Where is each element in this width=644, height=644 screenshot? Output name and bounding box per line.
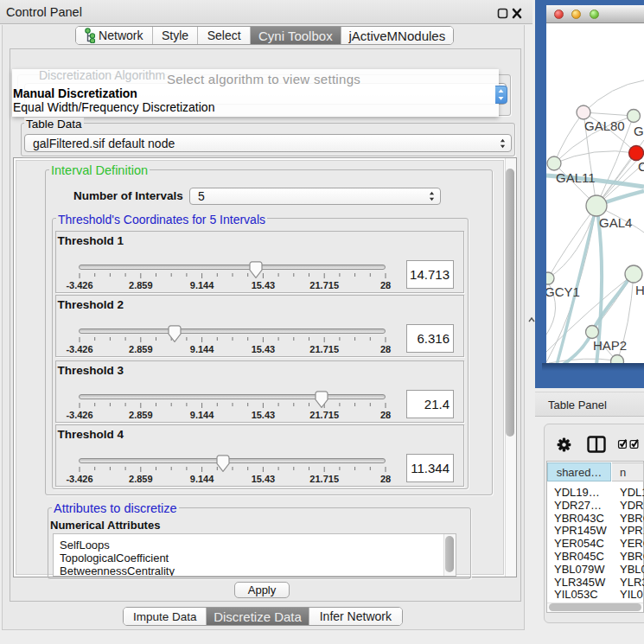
svg-text:GAL11: GAL11 [556, 170, 596, 185]
svg-text:C: C [638, 159, 644, 174]
svg-text:GAL80: GAL80 [584, 118, 625, 133]
svg-text:GCY1: GCY1 [546, 284, 580, 299]
svg-text:HAP2: HAP2 [593, 338, 627, 353]
svg-text:G.: G. [634, 124, 644, 138]
svg-text:GAL4: GAL4 [599, 215, 632, 230]
svg-text:H: H [635, 283, 644, 297]
